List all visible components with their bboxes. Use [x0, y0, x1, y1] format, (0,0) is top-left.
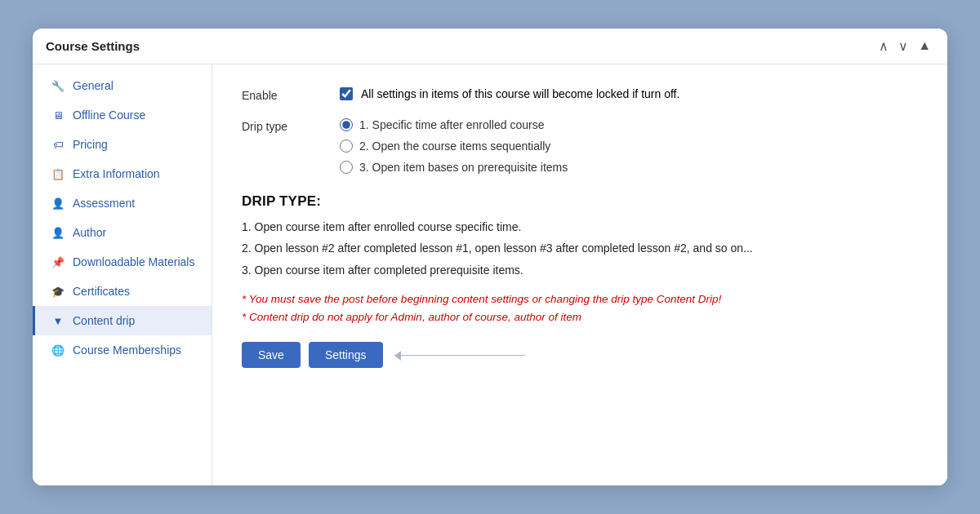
sidebar-item-extra-information[interactable]: 📋 Extra Information [33, 159, 212, 188]
sidebar: 🔧 General 🖥 Offline Course 🏷 Pricing 📋 E… [33, 64, 212, 485]
author-icon: 👤 [51, 227, 65, 239]
sidebar-item-assessment[interactable]: 👤 Assessment [33, 188, 212, 218]
radio-2-label: 2. Open the course items sequentially [359, 140, 550, 153]
drip-type-field: 1. Specific time after enrolled course 2… [340, 118, 918, 174]
sidebar-item-author[interactable]: 👤 Author [33, 218, 212, 247]
expand-icon[interactable]: ∨ [895, 37, 911, 55]
sidebar-item-content-drip[interactable]: ▼ Content drip [33, 306, 212, 335]
radio-group: 1. Specific time after enrolled course 2… [340, 118, 918, 174]
title-bar-controls: ∧ ∨ ▲ [875, 37, 934, 55]
radio-option-2[interactable]: 2. Open the course items sequentially [340, 140, 918, 153]
sidebar-item-label: Author [73, 226, 106, 239]
monitor-icon: 🖥 [51, 109, 65, 122]
radio-3[interactable] [340, 161, 353, 174]
resize-icon[interactable]: ▲ [915, 37, 934, 55]
globe-icon: 🌐 [51, 344, 65, 357]
sidebar-item-label: General [73, 79, 114, 92]
sidebar-item-label: Downloadable Materials [73, 255, 194, 268]
enable-label: Enable [242, 87, 340, 102]
drip-desc-1: 1. Open course item after enrolled cours… [242, 218, 918, 236]
sidebar-item-label: Pricing [73, 138, 108, 151]
enable-row-inner: All settings in items of this course wil… [340, 87, 918, 100]
wrench-icon: 🔧 [51, 80, 65, 92]
radio-option-3[interactable]: 3. Open item bases on prerequisite items [340, 161, 918, 174]
sidebar-item-pricing[interactable]: 🏷 Pricing [33, 130, 212, 159]
content-area: Enable All settings in items of this cou… [212, 64, 947, 485]
title-bar: Course Settings ∧ ∨ ▲ [33, 29, 947, 64]
radio-3-label: 3. Open item bases on prerequisite items [359, 161, 568, 174]
course-settings-window: Course Settings ∧ ∨ ▲ 🔧 General 🖥 Offlin… [33, 29, 947, 485]
enable-field: All settings in items of this course wil… [340, 87, 918, 100]
arrow-line-shape [394, 355, 525, 357]
drip-type-desc: 1. Open course item after enrolled cours… [242, 218, 918, 279]
main-content: 🔧 General 🖥 Offline Course 🏷 Pricing 📋 E… [33, 64, 947, 485]
radio-1[interactable] [340, 118, 353, 131]
sidebar-item-downloadable-materials[interactable]: 📌 Downloadable Materials [33, 247, 212, 277]
drip-type-section: DRIP TYPE: 1. Open course item after enr… [242, 193, 918, 326]
enable-checkbox[interactable] [340, 87, 353, 100]
radio-2[interactable] [340, 140, 353, 153]
warning-1: * You must save the post before beginnin… [242, 290, 918, 308]
drip-desc-3: 3. Open course item after completed prer… [242, 261, 918, 279]
sidebar-item-label: Course Memberships [73, 343, 181, 357]
radio-1-label: 1. Specific time after enrolled course [359, 118, 544, 131]
enable-text: All settings in items of this course wil… [361, 87, 679, 100]
button-row: Save Settings [242, 342, 918, 368]
collapse-icon[interactable]: ∧ [875, 37, 892, 55]
person-icon: 👤 [51, 197, 65, 210]
drip-desc-2: 2. Open lesson #2 after completed lesson… [242, 239, 918, 257]
pin-icon: 📌 [51, 256, 65, 268]
settings-button[interactable]: Settings [309, 342, 383, 368]
sidebar-item-label: Offline Course [73, 109, 145, 122]
enable-row: Enable All settings in items of this cou… [242, 87, 918, 102]
sidebar-item-label: Extra Information [73, 167, 160, 180]
sidebar-item-label: Assessment [73, 197, 135, 210]
arrow-indicator [394, 355, 525, 357]
sidebar-item-course-memberships[interactable]: 🌐 Course Memberships [33, 335, 212, 365]
drip-icon: ▼ [51, 315, 65, 327]
clipboard-icon: 📋 [51, 168, 65, 180]
window-title: Course Settings [46, 39, 140, 53]
sidebar-item-offline-course[interactable]: 🖥 Offline Course [33, 100, 212, 130]
drip-type-label: Drip type [242, 118, 340, 133]
sidebar-item-label: Content drip [73, 314, 135, 327]
cert-icon: 🎓 [51, 286, 65, 298]
sidebar-item-general[interactable]: 🔧 General [33, 71, 212, 100]
drip-type-heading: DRIP TYPE: [242, 193, 918, 210]
save-button[interactable]: Save [242, 342, 301, 368]
enable-checkbox-wrapper[interactable] [340, 87, 353, 100]
sidebar-item-label: Certificates [73, 285, 130, 298]
sidebar-item-certificates[interactable]: 🎓 Certificates [33, 277, 212, 306]
tag-icon: 🏷 [51, 139, 65, 151]
warning-section: * You must save the post before beginnin… [242, 290, 918, 326]
warning-2: * Content drip do not apply for Admin, a… [242, 308, 918, 326]
radio-option-1[interactable]: 1. Specific time after enrolled course [340, 118, 918, 131]
drip-type-row: Drip type 1. Specific time after enrolle… [242, 118, 918, 174]
